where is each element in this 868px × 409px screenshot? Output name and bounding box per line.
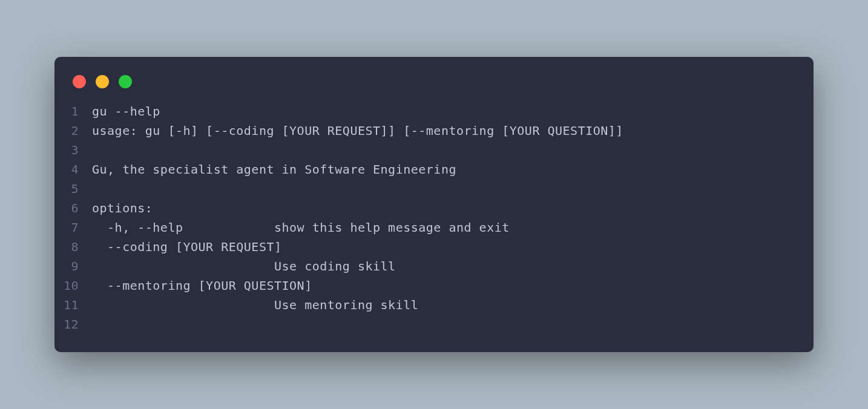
line-content: usage: gu [-h] [--coding [YOUR REQUEST]]…: [92, 121, 795, 140]
code-line: 10 --mentoring [YOUR QUESTION]: [54, 276, 795, 295]
code-line: 5: [54, 179, 795, 198]
line-content: [92, 140, 795, 160]
line-number: 11: [54, 295, 92, 315]
maximize-icon[interactable]: [119, 75, 132, 88]
line-content: [92, 179, 795, 198]
terminal-window: 1 gu --help 2 usage: gu [-h] [--coding […: [54, 57, 814, 352]
code-line: 9 Use coding skill: [54, 257, 795, 276]
line-number: 12: [54, 315, 92, 334]
line-number: 10: [54, 276, 92, 295]
line-number: 9: [54, 257, 92, 276]
code-line: 11 Use mentoring skill: [54, 295, 795, 315]
line-content: gu --help: [92, 102, 795, 121]
line-number: 1: [54, 102, 92, 121]
code-line: 6 options:: [54, 198, 795, 218]
line-content: -h, --help show this help message and ex…: [92, 218, 795, 237]
line-number: 3: [54, 140, 92, 160]
line-number: 4: [54, 160, 92, 179]
line-number: 8: [54, 237, 92, 257]
code-line: 3: [54, 140, 795, 160]
line-content: Gu, the specialist agent in Software Eng…: [92, 160, 795, 179]
line-content: --mentoring [YOUR QUESTION]: [92, 276, 795, 295]
titlebar: [54, 57, 814, 102]
close-icon[interactable]: [73, 75, 86, 88]
line-content: [92, 315, 795, 334]
line-content: options:: [92, 198, 795, 218]
code-line: 4 Gu, the specialist agent in Software E…: [54, 160, 795, 179]
minimize-icon[interactable]: [96, 75, 109, 88]
code-line: 2 usage: gu [-h] [--coding [YOUR REQUEST…: [54, 121, 795, 140]
line-number: 5: [54, 179, 92, 198]
code-area: 1 gu --help 2 usage: gu [-h] [--coding […: [54, 102, 814, 334]
code-line: 12: [54, 315, 795, 334]
code-line: 8 --coding [YOUR REQUEST]: [54, 237, 795, 257]
line-number: 2: [54, 121, 92, 140]
line-content: --coding [YOUR REQUEST]: [92, 237, 795, 257]
code-line: 7 -h, --help show this help message and …: [54, 218, 795, 237]
line-number: 7: [54, 218, 92, 237]
line-content: Use coding skill: [92, 257, 795, 276]
line-number: 6: [54, 198, 92, 218]
line-content: Use mentoring skill: [92, 295, 795, 315]
code-line: 1 gu --help: [54, 102, 795, 121]
